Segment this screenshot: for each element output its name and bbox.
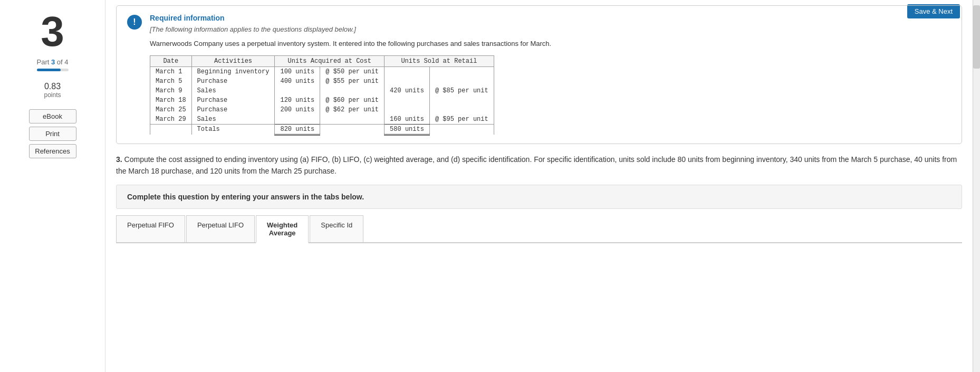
- tab-perpetual-fifo[interactable]: Perpetual FIFO: [116, 215, 185, 242]
- info-icon: !: [127, 15, 142, 30]
- info-text: Warnerwoods Company uses a perpetual inv…: [150, 39, 951, 49]
- table-row: March 1 Beginning inventory 100 units @ …: [150, 66, 494, 77]
- info-box: ! Required information [The following in…: [116, 5, 962, 144]
- totals-row: Totals 820 units 580 units: [150, 124, 494, 135]
- main-content: Save & Next ! Required information [The …: [105, 0, 973, 372]
- table-row: March 5 Purchase 400 units @ $55 per uni…: [150, 77, 494, 86]
- tabs-container: Perpetual FIFO Perpetual LIFO WeightedAv…: [116, 215, 962, 243]
- scrollbar[interactable]: [973, 0, 980, 372]
- col-activities: Activities: [191, 55, 275, 66]
- sidebar-buttons: eBook Print References: [29, 109, 76, 158]
- ebook-button[interactable]: eBook: [29, 109, 76, 123]
- table-row: March 25 Purchase 200 units @ $62 per un…: [150, 105, 494, 115]
- tab-specific-id[interactable]: Specific Id: [310, 215, 363, 242]
- progress-bar-fill: [37, 69, 61, 71]
- complete-box-text: Complete this question by entering your …: [127, 193, 364, 201]
- table-row: March 9 Sales 420 units @ $85 per unit: [150, 86, 494, 96]
- col-acquired: Units Acquired at Cost: [275, 55, 385, 66]
- tab-weighted-average[interactable]: WeightedAverage: [256, 215, 309, 243]
- question-number: 3: [41, 11, 64, 53]
- inventory-table: Date Activities Units Acquired at Cost U…: [150, 55, 494, 136]
- info-subtitle: [The following information applies to th…: [150, 25, 951, 33]
- col-date: Date: [150, 55, 192, 66]
- part-label: Part 3 of 4: [36, 58, 68, 66]
- progress-bar: [37, 69, 69, 71]
- references-button[interactable]: References: [29, 144, 76, 158]
- question-number-label: 3.: [116, 155, 122, 164]
- table-row: March 29 Sales 160 units @ $95 per unit: [150, 115, 494, 125]
- info-content: Required information [The following info…: [150, 14, 951, 136]
- table-row: March 18 Purchase 120 units @ $60 per un…: [150, 96, 494, 105]
- tab-perpetual-lifo[interactable]: Perpetual LIFO: [186, 215, 255, 242]
- complete-box: Complete this question by entering your …: [116, 185, 962, 209]
- points-label: points: [44, 91, 61, 99]
- sidebar: 3 Part 3 of 4 0.83 points eBook Print Re…: [0, 0, 105, 372]
- info-title: Required information: [150, 14, 951, 22]
- scrollbar-thumb[interactable]: [973, 5, 980, 69]
- print-button[interactable]: Print: [29, 127, 76, 141]
- col-sold: Units Sold at Retail: [385, 55, 494, 66]
- question-text: 3. Compute the cost assigned to ending i…: [116, 154, 962, 177]
- points-value: 0.83: [44, 82, 61, 91]
